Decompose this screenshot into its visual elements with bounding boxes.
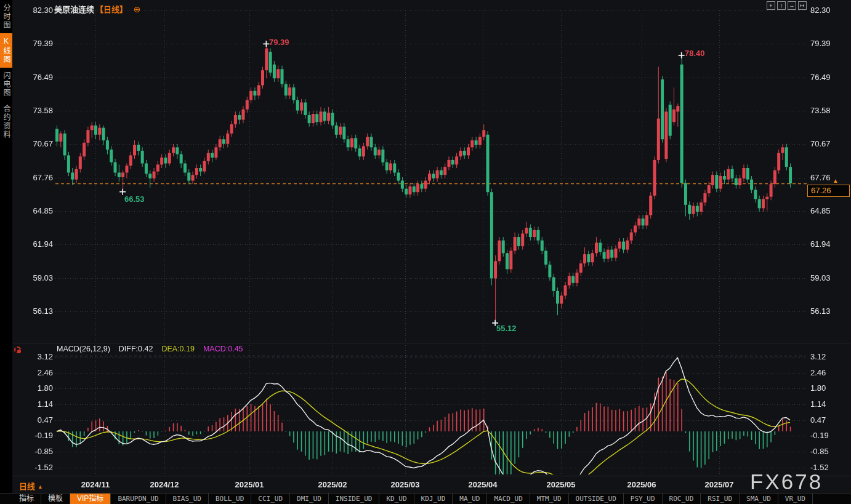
sidebar-item-4[interactable]: 合约资料 (0, 101, 12, 143)
period-label: 日线 (19, 482, 35, 491)
price-axis-label: 61.94 (810, 239, 850, 249)
alert-dot-icon[interactable] (14, 346, 21, 353)
price-axis-label: 82.30 (810, 6, 850, 15)
sidebar-item-3[interactable]: 闪电图 (0, 68, 12, 101)
move-icon[interactable]: + (767, 1, 775, 10)
price-annotation: 78.40 (685, 49, 705, 58)
toolbar-item-指标[interactable]: 指标 (12, 494, 41, 504)
macd-axis-label: -0.19 (810, 431, 850, 440)
app-window: 分时图K线图闪电图合约资料 美原油连续【日线】 ⊕ +↕↔↦ 82.3082.3… (0, 0, 851, 504)
period-tag: 【日线】 (95, 5, 127, 14)
price-up-arrow-icon: ▲ (833, 177, 839, 184)
axis-divider (12, 476, 851, 476)
toolbar-item-barupdn_ud[interactable]: BARUPDN_UD (111, 494, 166, 504)
toolbar-item-ma_ud[interactable]: MA_UD (453, 494, 487, 504)
x-axis-label: 2025/06 (627, 480, 656, 489)
toolbar-item-outside_ud[interactable]: OUTSIDE_UD (569, 494, 624, 504)
toolbar-item-psy_ud[interactable]: PSY_UD (624, 494, 663, 504)
macd-axis-label: 2.46 (810, 368, 850, 377)
x-axis: 2024/112024/122025/012025/022025/032025/… (0, 478, 851, 492)
sidebar-item-1[interactable]: 分时图 (0, 0, 12, 33)
add-indicator-icon[interactable]: ⊕ (134, 4, 141, 14)
macd-header: MACD(26,12,9)DIFF:0.42DEA:0.19MACD:0.45 (57, 345, 252, 353)
toolbar-item-sma_ud[interactable]: SMA_UD (740, 494, 778, 504)
chart-title: 美原油连续【日线】 ⊕ (54, 3, 140, 15)
symbol-name: 美原油连续 (54, 5, 94, 14)
price-axis-label: 64.85 (810, 206, 850, 215)
price-annotation: 66.53 (124, 194, 145, 204)
chevron-up-icon: ▲ (38, 484, 43, 490)
toolbar-item-rsi_ud[interactable]: RSI_UD (701, 494, 740, 504)
macd-macd-value: MACD:0.45 (203, 345, 243, 353)
current-price-value: 67.26 (811, 186, 831, 195)
period-selector[interactable]: 日线▲ (19, 480, 43, 492)
x-axis-label: 2025/04 (469, 480, 498, 489)
toolbar-item-cci_ud[interactable]: CCI_UD (251, 494, 290, 504)
price-axis-label: 59.03 (810, 273, 850, 282)
macd-title: MACD(26,12,9) (57, 345, 110, 353)
toolbar-item-模板[interactable]: 模板 (41, 494, 70, 504)
price-axis-label: 73.58 (810, 106, 850, 115)
toolbar-item-dmi_ud[interactable]: DMI_UD (290, 494, 329, 504)
x-axis-label: 2024/12 (150, 480, 179, 489)
chart-canvas[interactable] (0, 0, 851, 504)
toolbar-item-vr_ud[interactable]: VR_UD (778, 494, 813, 504)
macd-axis-label: 1.14 (810, 399, 850, 409)
x-axis-label: 2024/11 (81, 480, 110, 489)
macd-axis-label: 1.80 (810, 383, 850, 393)
toolbar-item-mtm_ud[interactable]: MTM_UD (530, 494, 569, 504)
x-axis-label: 2025/05 (547, 480, 576, 489)
price-axis-label: 76.49 (810, 73, 850, 82)
toolbar-item-roc_ud[interactable]: ROC_UD (663, 494, 701, 504)
toolbar-item-kdj_ud[interactable]: KDJ_UD (414, 494, 453, 504)
x-axis-label: 2025/07 (705, 480, 734, 489)
x-axis-label: 2025/01 (235, 480, 264, 489)
toolbar-item-vip指标[interactable]: VIP指标 (70, 494, 111, 504)
macd-axis-label: 0.47 (810, 415, 850, 425)
macd-axis-label: 3.12 (810, 352, 850, 361)
toolbar-item-macd_ud[interactable]: MACD_UD (487, 494, 530, 504)
x-axis-label: 2025/03 (391, 480, 420, 489)
toolbar-item-inside_ud[interactable]: INSIDE_UD (329, 494, 380, 504)
price-axis-label: 56.13 (810, 306, 850, 316)
macd-axis-label: -0.85 (810, 447, 850, 456)
price-axis-label: 70.67 (810, 139, 850, 148)
toolbar-item-bias_ud[interactable]: BIAS_UD (166, 494, 209, 504)
left-sidebar: 分时图K线图闪电图合约资料 (0, 0, 12, 504)
shift-right-icon[interactable]: ↦ (798, 1, 807, 10)
x-axis-label: 2025/02 (318, 480, 347, 489)
price-axis-label: 67.76 (810, 173, 850, 182)
panel-divider (12, 343, 851, 343)
current-price-tag: 67.26 (807, 185, 850, 197)
indicator-toolbar: 指标模板VIP指标BARUPDN_UDBIAS_UDBOLL_UDCCI_UDD… (0, 493, 851, 504)
toolbar-item-boll_ud[interactable]: BOLL_UD (209, 494, 251, 504)
toolbar-item-kd_ud[interactable]: KD_UD (379, 494, 414, 504)
chart-toolbar-icons: +↕↔↦ (767, 1, 807, 10)
macd-dea-value: DEA:0.19 (161, 345, 195, 353)
sidebar-item-2[interactable]: K线图 (0, 33, 12, 68)
price-axis-label: 79.39 (810, 39, 850, 48)
price-annotation: 55.12 (496, 324, 517, 333)
scale-horizontal-icon[interactable]: ↔ (788, 1, 796, 10)
macd-diff-value: DIFF:0.42 (119, 345, 153, 353)
scale-vertical-icon[interactable]: ↕ (777, 1, 786, 10)
price-annotation: 79.39 (269, 38, 289, 47)
